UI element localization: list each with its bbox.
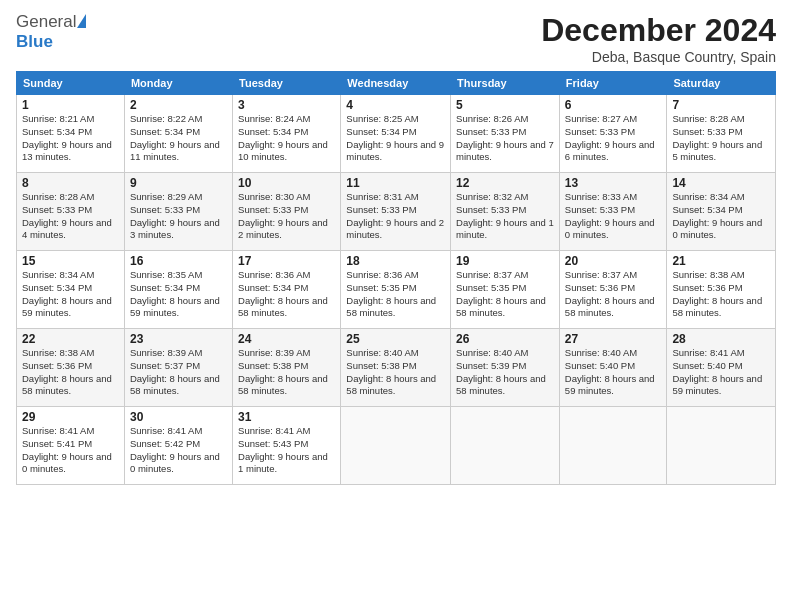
day-info: Sunrise: 8:27 AM Sunset: 5:33 PM Dayligh…: [565, 113, 662, 164]
header: General Blue December 2024 Deba, Basque …: [16, 12, 776, 65]
day-info: Sunrise: 8:32 AM Sunset: 5:33 PM Dayligh…: [456, 191, 554, 242]
day-number: 6: [565, 98, 662, 112]
calendar-day-cell: 14 Sunrise: 8:34 AM Sunset: 5:34 PM Dayl…: [667, 173, 776, 251]
day-number: 15: [22, 254, 119, 268]
calendar-day-cell: 18 Sunrise: 8:36 AM Sunset: 5:35 PM Dayl…: [341, 251, 451, 329]
logo-blue: Blue: [16, 32, 86, 52]
calendar-day-cell: 3 Sunrise: 8:24 AM Sunset: 5:34 PM Dayli…: [233, 95, 341, 173]
logo-triangle-icon: [77, 14, 86, 28]
day-number: 4: [346, 98, 445, 112]
day-number: 14: [672, 176, 770, 190]
logo-general: General: [16, 12, 76, 32]
day-number: 26: [456, 332, 554, 346]
calendar-week-row: 8 Sunrise: 8:28 AM Sunset: 5:33 PM Dayli…: [17, 173, 776, 251]
day-number: 24: [238, 332, 335, 346]
day-number: 8: [22, 176, 119, 190]
day-number: 1: [22, 98, 119, 112]
calendar-day-cell: 10 Sunrise: 8:30 AM Sunset: 5:33 PM Dayl…: [233, 173, 341, 251]
day-info: Sunrise: 8:34 AM Sunset: 5:34 PM Dayligh…: [672, 191, 770, 242]
page-container: General Blue December 2024 Deba, Basque …: [0, 0, 792, 493]
day-info: Sunrise: 8:21 AM Sunset: 5:34 PM Dayligh…: [22, 113, 119, 164]
calendar-day-cell: [451, 407, 560, 485]
calendar-day-cell: 28 Sunrise: 8:41 AM Sunset: 5:40 PM Dayl…: [667, 329, 776, 407]
day-number: 30: [130, 410, 227, 424]
day-number: 25: [346, 332, 445, 346]
day-info: Sunrise: 8:29 AM Sunset: 5:33 PM Dayligh…: [130, 191, 227, 242]
day-info: Sunrise: 8:38 AM Sunset: 5:36 PM Dayligh…: [672, 269, 770, 320]
day-info: Sunrise: 8:22 AM Sunset: 5:34 PM Dayligh…: [130, 113, 227, 164]
calendar-day-cell: 4 Sunrise: 8:25 AM Sunset: 5:34 PM Dayli…: [341, 95, 451, 173]
calendar-day-cell: 21 Sunrise: 8:38 AM Sunset: 5:36 PM Dayl…: [667, 251, 776, 329]
header-friday: Friday: [559, 72, 667, 95]
title-section: December 2024 Deba, Basque Country, Spai…: [541, 12, 776, 65]
header-thursday: Thursday: [451, 72, 560, 95]
day-info: Sunrise: 8:41 AM Sunset: 5:40 PM Dayligh…: [672, 347, 770, 398]
calendar-day-cell: 7 Sunrise: 8:28 AM Sunset: 5:33 PM Dayli…: [667, 95, 776, 173]
day-number: 11: [346, 176, 445, 190]
calendar-day-cell: [559, 407, 667, 485]
day-info: Sunrise: 8:26 AM Sunset: 5:33 PM Dayligh…: [456, 113, 554, 164]
calendar-day-cell: 20 Sunrise: 8:37 AM Sunset: 5:36 PM Dayl…: [559, 251, 667, 329]
day-number: 9: [130, 176, 227, 190]
calendar-week-row: 1 Sunrise: 8:21 AM Sunset: 5:34 PM Dayli…: [17, 95, 776, 173]
day-info: Sunrise: 8:40 AM Sunset: 5:39 PM Dayligh…: [456, 347, 554, 398]
day-info: Sunrise: 8:33 AM Sunset: 5:33 PM Dayligh…: [565, 191, 662, 242]
day-number: 3: [238, 98, 335, 112]
calendar-day-cell: 25 Sunrise: 8:40 AM Sunset: 5:38 PM Dayl…: [341, 329, 451, 407]
calendar-day-cell: 26 Sunrise: 8:40 AM Sunset: 5:39 PM Dayl…: [451, 329, 560, 407]
calendar-week-row: 15 Sunrise: 8:34 AM Sunset: 5:34 PM Dayl…: [17, 251, 776, 329]
day-info: Sunrise: 8:36 AM Sunset: 5:34 PM Dayligh…: [238, 269, 335, 320]
calendar-day-cell: [667, 407, 776, 485]
day-info: Sunrise: 8:39 AM Sunset: 5:37 PM Dayligh…: [130, 347, 227, 398]
calendar-day-cell: 24 Sunrise: 8:39 AM Sunset: 5:38 PM Dayl…: [233, 329, 341, 407]
calendar-day-cell: [341, 407, 451, 485]
day-number: 18: [346, 254, 445, 268]
day-number: 16: [130, 254, 227, 268]
header-monday: Monday: [124, 72, 232, 95]
day-number: 27: [565, 332, 662, 346]
calendar-day-cell: 16 Sunrise: 8:35 AM Sunset: 5:34 PM Dayl…: [124, 251, 232, 329]
location-subtitle: Deba, Basque Country, Spain: [541, 49, 776, 65]
day-info: Sunrise: 8:40 AM Sunset: 5:40 PM Dayligh…: [565, 347, 662, 398]
calendar-day-cell: 15 Sunrise: 8:34 AM Sunset: 5:34 PM Dayl…: [17, 251, 125, 329]
day-number: 5: [456, 98, 554, 112]
day-info: Sunrise: 8:34 AM Sunset: 5:34 PM Dayligh…: [22, 269, 119, 320]
logo: General Blue: [16, 12, 86, 52]
day-info: Sunrise: 8:35 AM Sunset: 5:34 PM Dayligh…: [130, 269, 227, 320]
day-info: Sunrise: 8:25 AM Sunset: 5:34 PM Dayligh…: [346, 113, 445, 164]
calendar-day-cell: 8 Sunrise: 8:28 AM Sunset: 5:33 PM Dayli…: [17, 173, 125, 251]
calendar-day-cell: 9 Sunrise: 8:29 AM Sunset: 5:33 PM Dayli…: [124, 173, 232, 251]
calendar-day-cell: 27 Sunrise: 8:40 AM Sunset: 5:40 PM Dayl…: [559, 329, 667, 407]
day-info: Sunrise: 8:41 AM Sunset: 5:42 PM Dayligh…: [130, 425, 227, 476]
day-number: 21: [672, 254, 770, 268]
day-number: 13: [565, 176, 662, 190]
day-info: Sunrise: 8:37 AM Sunset: 5:35 PM Dayligh…: [456, 269, 554, 320]
calendar-day-cell: 12 Sunrise: 8:32 AM Sunset: 5:33 PM Dayl…: [451, 173, 560, 251]
calendar-day-cell: 22 Sunrise: 8:38 AM Sunset: 5:36 PM Dayl…: [17, 329, 125, 407]
day-info: Sunrise: 8:28 AM Sunset: 5:33 PM Dayligh…: [672, 113, 770, 164]
day-number: 29: [22, 410, 119, 424]
calendar-day-cell: 19 Sunrise: 8:37 AM Sunset: 5:35 PM Dayl…: [451, 251, 560, 329]
day-info: Sunrise: 8:24 AM Sunset: 5:34 PM Dayligh…: [238, 113, 335, 164]
day-info: Sunrise: 8:31 AM Sunset: 5:33 PM Dayligh…: [346, 191, 445, 242]
day-info: Sunrise: 8:38 AM Sunset: 5:36 PM Dayligh…: [22, 347, 119, 398]
calendar-day-cell: 17 Sunrise: 8:36 AM Sunset: 5:34 PM Dayl…: [233, 251, 341, 329]
calendar-day-cell: 30 Sunrise: 8:41 AM Sunset: 5:42 PM Dayl…: [124, 407, 232, 485]
day-info: Sunrise: 8:40 AM Sunset: 5:38 PM Dayligh…: [346, 347, 445, 398]
day-info: Sunrise: 8:28 AM Sunset: 5:33 PM Dayligh…: [22, 191, 119, 242]
day-number: 19: [456, 254, 554, 268]
calendar-day-cell: 6 Sunrise: 8:27 AM Sunset: 5:33 PM Dayli…: [559, 95, 667, 173]
header-sunday: Sunday: [17, 72, 125, 95]
calendar-day-cell: 29 Sunrise: 8:41 AM Sunset: 5:41 PM Dayl…: [17, 407, 125, 485]
day-number: 31: [238, 410, 335, 424]
header-wednesday: Wednesday: [341, 72, 451, 95]
day-number: 7: [672, 98, 770, 112]
header-tuesday: Tuesday: [233, 72, 341, 95]
day-info: Sunrise: 8:37 AM Sunset: 5:36 PM Dayligh…: [565, 269, 662, 320]
day-info: Sunrise: 8:41 AM Sunset: 5:43 PM Dayligh…: [238, 425, 335, 476]
day-info: Sunrise: 8:41 AM Sunset: 5:41 PM Dayligh…: [22, 425, 119, 476]
calendar-day-cell: 13 Sunrise: 8:33 AM Sunset: 5:33 PM Dayl…: [559, 173, 667, 251]
day-info: Sunrise: 8:36 AM Sunset: 5:35 PM Dayligh…: [346, 269, 445, 320]
calendar-day-cell: 5 Sunrise: 8:26 AM Sunset: 5:33 PM Dayli…: [451, 95, 560, 173]
day-number: 12: [456, 176, 554, 190]
